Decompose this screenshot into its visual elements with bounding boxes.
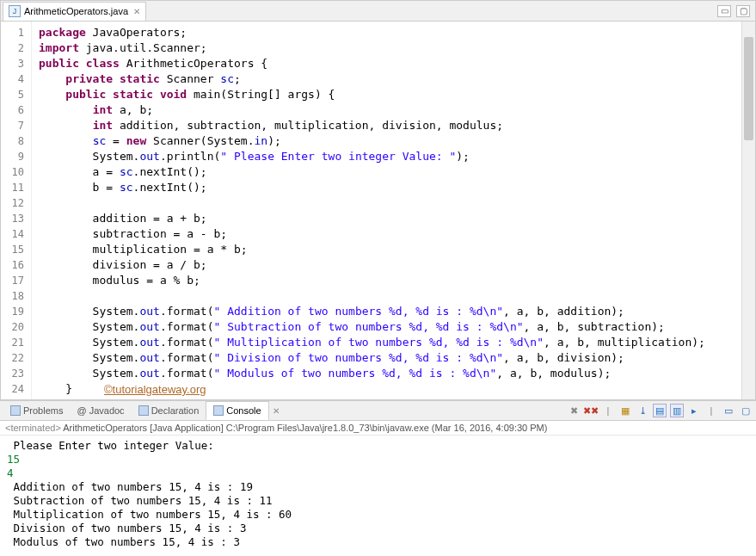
close-tab-icon[interactable]: ✕ [133, 7, 140, 16]
console-line: 15 [7, 453, 749, 466]
code-line[interactable]: public class ArithmeticOperators { [39, 56, 741, 71]
line-number: 18 [1, 288, 24, 304]
tab-declaration[interactable]: Declaration [132, 401, 206, 420]
divider: | [601, 404, 615, 417]
scroll-thumb[interactable] [744, 37, 753, 140]
clear-console-icon[interactable]: ▦ [618, 404, 632, 417]
max-view-icon[interactable]: ▢ [739, 404, 753, 417]
line-number: 8 [1, 133, 24, 149]
display-console-icon[interactable]: ▥ [670, 404, 684, 417]
console-line: Subtraction of two numbers 15, 4 is : 11 [7, 494, 749, 508]
code-line[interactable]: System.out.format(" Multiplication of tw… [39, 335, 741, 350]
code-editor[interactable]: 123456789101112131415161718192021222324 … [1, 22, 755, 399]
divider: | [704, 404, 718, 417]
console-line: 4 [7, 466, 749, 480]
code-line[interactable]: sc = new Scanner(System.in); [39, 133, 741, 149]
code-line[interactable]: System.out.format(" Addition of two numb… [39, 304, 741, 319]
watermark: ©tutorialgateway.org [104, 382, 206, 398]
code-line[interactable]: public static void main(String[] args) { [39, 87, 741, 102]
line-number: 1 [1, 25, 24, 40]
declaration-icon [138, 405, 149, 416]
code-line[interactable]: addition = a + b; [39, 211, 741, 226]
minimize-button[interactable]: ▭ [717, 5, 731, 17]
line-number: 20 [1, 319, 24, 335]
line-number: 2 [1, 40, 24, 56]
line-number: 24 [1, 381, 24, 397]
code-line[interactable]: private static Scanner sc; [39, 71, 741, 87]
tab-label: Console [226, 405, 261, 416]
line-number: 3 [1, 56, 24, 71]
editor-pane: J ArithmeticOperators.java ✕ ▭ ▢ 1234567… [0, 0, 756, 400]
terminated-label: <terminated> [5, 423, 61, 433]
console-icon [213, 405, 224, 416]
scroll-lock-icon[interactable]: ⤓ [636, 404, 649, 417]
javadoc-icon: @ [77, 405, 86, 416]
line-number: 21 [1, 335, 24, 350]
tab-label: Declaration [151, 405, 200, 416]
line-number: 5 [1, 87, 24, 102]
console-line: Addition of two numbers 15, 4 is : 19 [7, 480, 749, 494]
code-line[interactable]: subtraction = a - b; [39, 226, 741, 242]
line-number: 12 [1, 195, 24, 211]
vertical-scrollbar[interactable] [741, 22, 755, 399]
console-line: Division of two numbers 15, 4 is : 3 [7, 522, 749, 535]
code-line[interactable]: System.out.println(" Please Enter two in… [39, 149, 741, 164]
code-line[interactable]: System.out.format(" Division of two numb… [39, 350, 741, 366]
line-number: 23 [1, 366, 24, 381]
code-line[interactable]: modulus = a % b; [39, 273, 741, 288]
tab-problems[interactable]: Problems [3, 401, 70, 420]
line-number: 4 [1, 71, 24, 87]
code-line[interactable]: System.out.format(" Modulus of two numbe… [39, 366, 741, 381]
line-number: 10 [1, 164, 24, 180]
java-file-icon: J [9, 5, 21, 17]
tab-label: Javadoc [89, 405, 125, 416]
console-line: Modulus of two numbers 15, 4 is : 3 [7, 535, 749, 549]
code-line[interactable]: b = sc.nextInt(); [39, 180, 741, 195]
console-line: Please Enter two integer Value: [7, 439, 749, 453]
tab-filename: ArithmeticOperators.java [24, 6, 128, 16]
console-toolbar: ✖ ✖✖ | ▦ ⤓ ▤ ▥ ▸ | ▭ ▢ [567, 404, 753, 417]
console-line: Multiplication of two numbers 15, 4 is :… [7, 508, 749, 522]
remove-launch-icon[interactable]: ✖ [567, 404, 581, 417]
code-line[interactable]: a = sc.nextInt(); [39, 164, 741, 180]
views-tab-bar: Problems @ Javadoc Declaration Console ✕… [0, 400, 756, 421]
tab-label: Problems [23, 405, 63, 416]
maximize-button[interactable]: ▢ [736, 5, 750, 17]
code-line[interactable]: package JavaOperators; [39, 25, 741, 40]
tab-console[interactable]: Console [206, 401, 268, 420]
code-line[interactable]: multiplication = a * b; [39, 242, 741, 257]
tab-javadoc[interactable]: @ Javadoc [70, 401, 131, 420]
editor-tab-bar: J ArithmeticOperators.java ✕ ▭ ▢ [1, 1, 755, 22]
problems-icon [10, 405, 21, 416]
console-process-header: <terminated> ArithmeticOperators [Java A… [0, 421, 756, 436]
line-number: 15 [1, 242, 24, 257]
window-controls: ▭ ▢ [717, 5, 755, 17]
line-gutter: 123456789101112131415161718192021222324 [1, 22, 32, 399]
remove-all-icon[interactable]: ✖✖ [584, 404, 598, 417]
code-line[interactable]: import java.util.Scanner; [39, 40, 741, 56]
code-line[interactable]: System.out.format(" Subtraction of two n… [39, 319, 741, 335]
open-console-icon[interactable]: ▸ [687, 404, 701, 417]
code-line[interactable] [39, 195, 741, 211]
code-line[interactable]: int a, b; [39, 102, 741, 118]
process-path: ArithmeticOperators [Java Application] C… [63, 423, 547, 433]
pin-console-icon[interactable]: ▤ [653, 404, 667, 417]
line-number: 16 [1, 257, 24, 273]
line-number: 7 [1, 118, 24, 133]
close-view-icon[interactable]: ✕ [273, 406, 280, 416]
line-number: 14 [1, 226, 24, 242]
line-number: 11 [1, 180, 24, 195]
line-number: 13 [1, 211, 24, 226]
line-number: 19 [1, 304, 24, 319]
code-line[interactable]: division = a / b; [39, 257, 741, 273]
code-line[interactable] [39, 288, 741, 304]
code-content[interactable]: package JavaOperators;import java.util.S… [32, 22, 741, 399]
code-line[interactable]: int addition, subtraction, multiplicatio… [39, 118, 741, 133]
line-number: 9 [1, 149, 24, 164]
line-number: 17 [1, 273, 24, 288]
console-output[interactable]: Please Enter two integer Value: 154 Addi… [0, 436, 756, 556]
editor-tab[interactable]: J ArithmeticOperators.java ✕ [3, 2, 146, 21]
min-view-icon[interactable]: ▭ [722, 404, 735, 417]
line-number: 6 [1, 102, 24, 118]
line-number: 22 [1, 350, 24, 366]
